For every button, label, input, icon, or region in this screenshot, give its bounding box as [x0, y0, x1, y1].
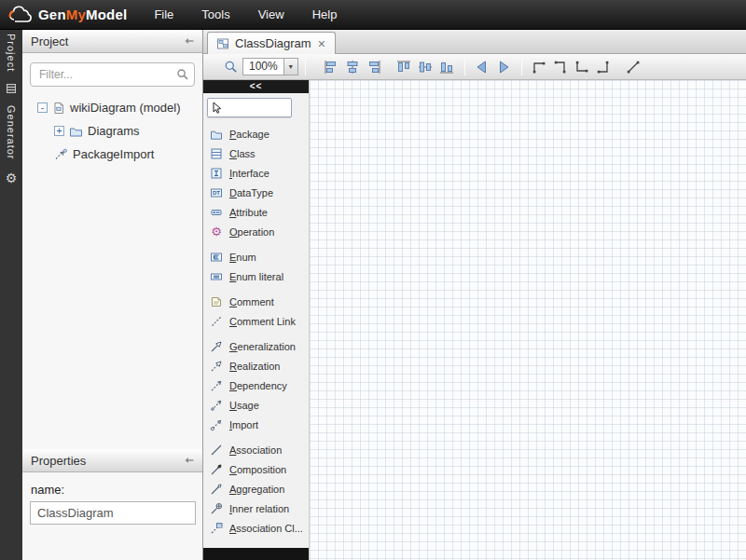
tab-classdiagram[interactable]: ClassDiagram × [207, 32, 336, 54]
menu-help[interactable]: Help [298, 0, 352, 30]
diagrams-folder-icon [69, 125, 83, 138]
svg-text:DT: DT [213, 190, 220, 196]
palette-item-association-class[interactable]: Association Cl... [203, 518, 309, 538]
palette-item-composition[interactable]: Composition [203, 459, 309, 479]
palette-item-dependency[interactable]: Dependency [203, 376, 309, 395]
project-tab-icon[interactable] [5, 82, 18, 95]
expand-expander[interactable]: + [54, 126, 64, 136]
project-panel: Project - [22, 30, 203, 560]
aggregation-icon [210, 483, 223, 496]
genmymodel-app: GenMyModel File Tools View Help Project … [0, 0, 746, 560]
package-icon [210, 128, 223, 141]
chevron-down-icon[interactable]: ▾ [283, 59, 297, 75]
align-left-icon [323, 59, 339, 75]
tab-close-button[interactable]: × [317, 37, 326, 50]
filter-input[interactable] [30, 62, 195, 87]
toolbar-separator [305, 59, 306, 75]
palette-item-inner-relation[interactable]: Inner relation [203, 499, 309, 518]
selection-tool[interactable] [207, 98, 292, 117]
usage-icon [210, 399, 223, 412]
zoom-select[interactable]: 100% ▾ [242, 58, 298, 75]
edge-routing-4-button[interactable] [593, 56, 615, 77]
toolbar-separator [521, 59, 522, 75]
palette-item-usage[interactable]: Usage [203, 395, 309, 415]
edge-routing-1-icon [531, 59, 547, 75]
palette-item-interface[interactable]: Interface [203, 163, 309, 183]
import-icon [210, 418, 223, 431]
menu-tools[interactable]: Tools [187, 0, 243, 30]
tree-row-diagrams[interactable]: + Diagrams [22, 119, 202, 143]
attribute-icon [210, 206, 223, 219]
palette-item-operation[interactable]: ⚙ Operation [203, 222, 309, 241]
diagram-icon [216, 37, 229, 50]
cursor-icon [211, 102, 224, 115]
arrow-left-button[interactable] [472, 56, 493, 77]
palette-item-import[interactable]: Import [203, 415, 309, 434]
palette-item-generalization[interactable]: Generalization [203, 336, 309, 356]
menu-view[interactable]: View [244, 0, 298, 30]
composition-icon [210, 463, 223, 476]
name-field[interactable] [30, 501, 196, 525]
palette-item-comment[interactable]: Comment [203, 292, 309, 311]
diagram-canvas[interactable] [310, 80, 746, 560]
name-field-label: name: [31, 483, 202, 497]
align-center-button[interactable] [342, 56, 364, 77]
palette-item-label: Enum literal [229, 271, 283, 282]
comment-icon [210, 295, 223, 308]
logo-text: GenMyModel [38, 7, 127, 22]
palette-item-aggregation[interactable]: Aggregation [203, 479, 309, 499]
association-icon [210, 444, 223, 457]
align-middle-button[interactable] [415, 56, 436, 77]
tree-label: PackageImport [73, 147, 154, 161]
inner-relation-icon [210, 502, 223, 515]
palette-item-label: Interface [229, 168, 269, 179]
palette-item-enum[interactable]: Enum [203, 247, 309, 266]
project-panel-title: Project [31, 34, 68, 48]
genmymodel-logo[interactable]: GenMyModel [0, 6, 140, 24]
tree-row-packageimport[interactable]: PackageImport [22, 143, 202, 166]
pin-icon [184, 35, 195, 47]
palette-items: Package Class Interface [203, 124, 309, 538]
palette-collapse-button[interactable]: << [203, 80, 309, 93]
dependency-icon [210, 379, 223, 392]
menu-file[interactable]: File [140, 0, 187, 30]
collapse-expander[interactable]: - [37, 102, 48, 113]
align-bottom-button[interactable] [436, 56, 458, 77]
palette-item-label: Package [229, 129, 269, 140]
align-left-button[interactable] [321, 56, 342, 77]
align-top-icon [395, 59, 412, 75]
pin-icon [184, 455, 195, 466]
rail-tab-generator[interactable]: Generator [6, 102, 17, 164]
align-top-button[interactable] [394, 56, 415, 77]
palette-item-package[interactable]: Package [203, 124, 309, 143]
pin-properties-button[interactable] [182, 453, 197, 468]
palette-item-label: Aggregation [229, 484, 284, 495]
package-import-icon [54, 148, 68, 161]
palette-item-datatype[interactable]: DT DataType [203, 183, 309, 202]
palette-item-attribute[interactable]: Attribute [203, 202, 309, 222]
top-menubar: GenMyModel File Tools View Help [0, 0, 746, 30]
arrow-right-button[interactable] [493, 56, 515, 77]
association-class-icon [210, 522, 223, 535]
generator-gear-icon[interactable]: ⚙ [6, 171, 18, 184]
model-icon [52, 102, 65, 115]
palette-item-label: Inner relation [229, 503, 289, 514]
rail-tab-project[interactable]: Project [6, 30, 17, 75]
edge-routing-1-button[interactable] [529, 56, 550, 77]
generalization-icon [210, 340, 223, 353]
palette-item-enum-literal[interactable]: Enum literal [203, 266, 309, 286]
pin-panel-button[interactable] [182, 34, 197, 48]
edge-routing-2-button[interactable] [550, 56, 572, 77]
palette-item-realization[interactable]: Realization [203, 356, 309, 376]
toolbar-separator [464, 59, 465, 75]
edge-straight-button[interactable] [623, 56, 644, 77]
palette-item-class[interactable]: Class [203, 143, 309, 163]
tree-row-model[interactable]: - wikiDiagram (model) [22, 96, 202, 119]
operation-icon: ⚙ [210, 225, 223, 238]
palette-item-label: Association Cl... [229, 523, 303, 534]
align-right-button[interactable] [364, 56, 385, 77]
palette-item-association[interactable]: Association [203, 440, 309, 459]
palette-item-comment-link[interactable]: Comment Link [203, 311, 309, 331]
edge-routing-4-icon [595, 59, 612, 75]
edge-routing-3-button[interactable] [572, 56, 593, 77]
